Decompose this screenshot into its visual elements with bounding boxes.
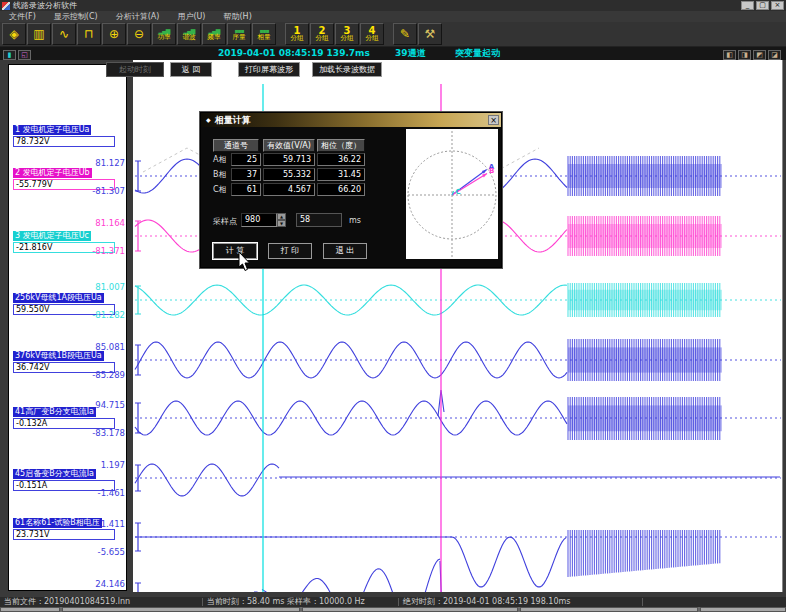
close-button[interactable]: × xyxy=(771,1,784,10)
status-absolute-time: 绝对时刻：2019-04-01 08:45:19 198.10ms xyxy=(403,597,570,607)
toolbar-square-wave-button[interactable]: ⊓ xyxy=(77,23,101,45)
toolbar-group-3-button[interactable]: 3分组 xyxy=(335,23,359,45)
cell-A相-ch: 25 xyxy=(231,153,261,166)
zoom-in-icon: ⊕ xyxy=(109,28,119,40)
status-current-file: 当前文件：20190401084519.lnn xyxy=(4,597,130,607)
report-icon: ✎ xyxy=(400,28,410,40)
channel-label-1[interactable]: 1 发电机定子电压Ua xyxy=(13,125,91,135)
toolbar-frequency-button[interactable]: ▂▄▆频率 xyxy=(202,23,226,45)
status-bar: 当前文件：20190401084519.lnn 当前时刻：58.40 ms 采样… xyxy=(0,597,786,607)
app-window: 线路录波分析软件 _▢× 文件(F)显示控制(C)分析计算(A)用户(U)帮助(… xyxy=(0,0,786,612)
pan-left-icon[interactable]: ◩ xyxy=(753,50,766,60)
hand-icon[interactable]: ◧ xyxy=(723,50,736,60)
table-header-1: 通道号 xyxy=(213,139,259,152)
cell-B相-rms: 55.332 xyxy=(263,168,315,181)
toolbar-sine-wave-button[interactable]: ∿ xyxy=(52,23,76,45)
maximize-button[interactable]: ▢ xyxy=(756,1,769,10)
bottom-scrollbar[interactable] xyxy=(0,607,786,612)
channel-label-4[interactable]: 256kV母线1A段电压Ua xyxy=(13,293,104,303)
info-bar: ▮◱ 2019-04-01 08:45:19 139.7ms 39通道 突变量起… xyxy=(0,47,786,60)
title-bar: 线路录波分析软件 _▢× xyxy=(0,0,786,11)
channel-panel: 1 发电机定子电压Ua78.732V2 发电机定子电压Ub-55.779V3 发… xyxy=(8,64,127,591)
cell-C相-rms: 4.567 xyxy=(263,183,315,196)
channel-value-3: -21.816V xyxy=(13,242,115,253)
plot-button-2[interactable]: 返 回 xyxy=(170,62,212,77)
channel-value-1: 78.732V xyxy=(13,136,115,147)
channel-label-5[interactable]: 376kV母线1B段电压Ua xyxy=(13,351,104,361)
cell-B相-ch: 37 xyxy=(231,168,261,181)
menu-item-2[interactable]: 显示控制(C) xyxy=(45,11,107,22)
minimize-button[interactable]: _ xyxy=(741,1,754,10)
exit-button[interactable]: 退 出 xyxy=(323,243,367,259)
sine-wave-icon: ∿ xyxy=(59,28,69,40)
cell-B相-deg: 31.45 xyxy=(317,168,365,181)
plot-button-1: 起动时刻 xyxy=(106,62,164,77)
svg-text:C: C xyxy=(456,188,461,196)
channel-value-6: -0.132A xyxy=(13,418,115,429)
toolbar-settings-button[interactable]: ⚒ xyxy=(418,23,442,45)
plot-button-4[interactable]: 加载长录波数据 xyxy=(312,62,382,77)
toolbar-group-1-button[interactable]: 1分组 xyxy=(285,23,309,45)
status-current-time: 当前时刻：58.40 ms 采样率：10000.0 Hz xyxy=(207,597,365,607)
channel-value-4: 59.550V xyxy=(13,304,115,315)
settings-icon: ⚒ xyxy=(425,28,436,40)
channel-label-7[interactable]: 45启备变B分支电流Ia xyxy=(13,469,96,479)
channel-value-7: -0.151A xyxy=(13,480,115,491)
menu-item-5[interactable]: 帮助(H) xyxy=(215,11,261,22)
toolbar-channel-list-button[interactable]: ▥ xyxy=(27,23,51,45)
channel-label-3[interactable]: 3 发电机定子电压Uc xyxy=(13,231,91,241)
row-label-C相: C相 xyxy=(213,183,227,196)
grab-icon[interactable]: ◨ xyxy=(738,50,751,60)
row-label-A相: A相 xyxy=(213,153,226,166)
app-icon xyxy=(2,2,10,10)
trigger-type: 突变量起动 xyxy=(455,47,500,60)
window-title: 线路录波分析软件 xyxy=(13,0,77,11)
zoom-out-icon: ⊖ xyxy=(134,28,144,40)
menu-bar: 文件(F)显示控制(C)分析计算(A)用户(U)帮助(H) xyxy=(0,11,786,22)
toolbar-sequence-button[interactable]: ▪▪▪序量 xyxy=(227,23,251,45)
time-ms-field[interactable]: 58 xyxy=(296,213,342,227)
menu-item-4[interactable]: 用户(U) xyxy=(168,11,214,22)
cell-C相-deg: 66.20 xyxy=(317,183,365,196)
toolbar-zoom-in-button[interactable]: ⊕ xyxy=(102,23,126,45)
dialog-title: 相量计算 xyxy=(215,115,251,125)
toolbar-zoom-out-button[interactable]: ⊖ xyxy=(127,23,151,45)
ms-unit-label: ms xyxy=(349,216,361,225)
marker-icon[interactable]: ▮ xyxy=(3,50,16,60)
sample-point-label: 采样点 xyxy=(213,216,237,227)
dialog-title-bar[interactable]: ◆相量计算 × xyxy=(201,113,501,127)
toolbar-group-4-button[interactable]: 4分组 xyxy=(360,23,384,45)
window-controls: _▢× xyxy=(741,1,784,10)
region-icon[interactable]: ◱ xyxy=(18,50,31,60)
toolbar-group-2-button[interactable]: 2分组 xyxy=(310,23,334,45)
cell-A相-rms: 59.713 xyxy=(263,153,315,166)
channel-label-8[interactable]: 61名称61-试验B相电压 xyxy=(13,518,102,528)
row-label-B相: B相 xyxy=(213,168,227,181)
toolbar-phasor-button[interactable]: ▪▪▪相量 xyxy=(252,23,276,45)
menu-item-1[interactable]: 文件(F) xyxy=(0,11,45,22)
svg-text:B: B xyxy=(489,167,494,175)
square-wave-icon: ⊓ xyxy=(84,28,93,40)
toolbar-power-button[interactable]: ▂▄▆功率 xyxy=(152,23,176,45)
toolbar-open-file-button[interactable]: ◈ xyxy=(2,23,26,45)
pan-right-icon[interactable]: ◪ xyxy=(768,50,781,60)
cell-C相-ch: 61 xyxy=(231,183,261,196)
record-datetime: 2019-04-01 08:45:19 139.7ms xyxy=(218,47,370,60)
channel-count: 39通道 xyxy=(395,47,426,60)
channel-label-6[interactable]: 41高厂变B分支电流Ia xyxy=(13,407,96,417)
channel-label-2[interactable]: 2 发电机定子电压Ub xyxy=(13,168,92,178)
dialog-close-icon[interactable]: × xyxy=(488,115,499,125)
mouse-cursor xyxy=(238,252,252,272)
toolbar-harmonic-button[interactable]: ▂▄▆谐波 xyxy=(177,23,201,45)
channel-value-8: 23.731V xyxy=(13,529,115,540)
plot-button-3[interactable]: 打印屏幕波形 xyxy=(238,62,300,77)
sample-point-input[interactable]: 980 xyxy=(241,213,277,227)
print-button[interactable]: 打 印 xyxy=(268,243,312,259)
open-file-icon: ◈ xyxy=(9,28,18,40)
cell-A相-deg: 36.22 xyxy=(317,153,365,166)
toolbar: ◈▥∿⊓⊕⊖▂▄▆功率▂▄▆谐波▂▄▆频率▪▪▪序量▪▪▪相量1分组2分组3分组… xyxy=(0,22,786,47)
toolbar-report-button[interactable]: ✎ xyxy=(393,23,417,45)
table-header-2: 有效值(V/A) xyxy=(263,139,315,152)
sample-point-stepper[interactable]: ▲▼ xyxy=(277,213,286,227)
menu-item-3[interactable]: 分析计算(A) xyxy=(107,11,169,22)
